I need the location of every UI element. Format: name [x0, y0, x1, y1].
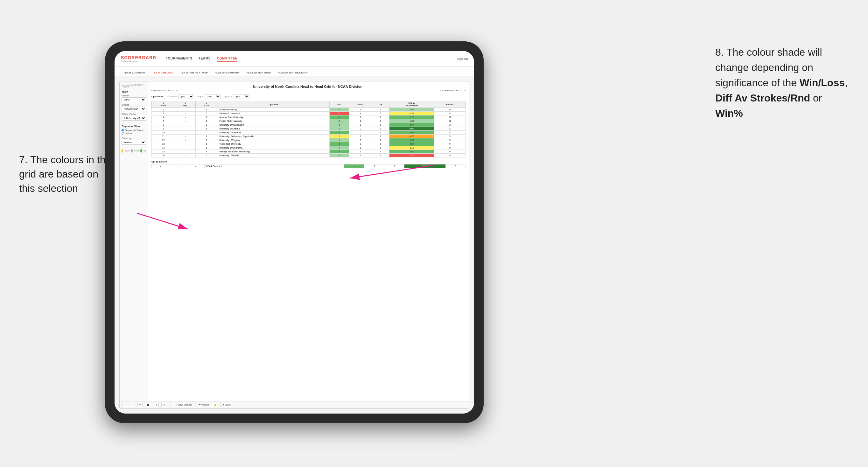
table-row: 4-1Arizona State University5102.2817 [152, 116, 466, 119]
opponent-view-label: Opponent View [122, 125, 146, 128]
tab-player-h2h-heatmap[interactable]: PLAYER H2H HEATMAP [275, 70, 311, 76]
colour-by-select[interactable]: Win/loss [122, 140, 146, 145]
nav-tournaments[interactable]: TOURNAMENTS [166, 55, 192, 62]
colour-by-label: Colour by [122, 137, 146, 139]
tableau-sidebar: Last Updated: 27/03/2024 16:55:38 Team G… [120, 82, 148, 401]
division-record: Division Record: 88 - 17 - 0 [439, 89, 466, 92]
tab-player-h2h-grid[interactable]: PLAYER H2H GRID [244, 70, 274, 76]
view-original-btn[interactable]: 📋 View: Original [173, 403, 193, 407]
filter-opponent-group: Opponent (All) [224, 94, 249, 99]
sub-nav: TEAM SUMMARY TEAM H2H GRID TEAM H2H HEAT… [115, 67, 474, 76]
sign-out-link[interactable]: | Sign out [456, 57, 468, 60]
nav-teams[interactable]: TEAMS [198, 55, 211, 62]
logo-sub: Powered by clippd [121, 60, 139, 62]
col-rank: #Rank [152, 101, 175, 108]
tableau-main: University of North Carolina Head-to-Hea… [148, 82, 469, 401]
gender-label: Gender [122, 94, 146, 97]
col-diff: Diff AvStrokes/Rnd [390, 101, 434, 108]
table-row: 10-5University of Alabama3002.618 [152, 131, 466, 134]
last-updated: Last Updated: 27/03/2024 16:55:38 [122, 84, 146, 88]
gender-select[interactable]: Men's [122, 97, 146, 102]
thumbs-btn[interactable]: 👍 [212, 403, 218, 407]
app-header: SCOREBOARD Powered by clippd TOURNAMENTS… [115, 51, 474, 67]
school-select[interactable]: 1. University of Nort... [122, 116, 146, 121]
tablet-screen: SCOREBOARD Powered by clippd TOURNAMENTS… [115, 51, 474, 413]
table-row: 11-6University of Arkansas, Fayetteville… [152, 134, 466, 138]
overall-record: Overall Record: 89 - 17 - 0 [151, 89, 178, 92]
table-row: 9-1University of Arizona1009.002 [152, 127, 466, 131]
col-win: Win [329, 101, 349, 108]
table-row: 14-1University of Oklahoma210-1.009 [152, 146, 466, 150]
grid-title: University of North Carolina Head-to-Hea… [151, 85, 466, 88]
col-conf: #Conf [195, 101, 218, 108]
logo-text: SCOREBOARD [121, 55, 156, 60]
grid-subtitle: Overall Record: 89 - 17 - 0 Division Rec… [151, 89, 466, 92]
logo-area: SCOREBOARD Powered by clippd [121, 55, 156, 62]
out-of-division: Out of division ---NCAA Division II10026… [151, 161, 466, 168]
watch-btn[interactable]: 👁 Watch ▾ [198, 404, 209, 406]
data-table: #Rank #Reg #Conf Opponent Win Loss Tie D… [151, 101, 466, 157]
filter-region-group: Region (All) [197, 94, 220, 99]
division-label: Division [122, 104, 146, 106]
table-row: 15-4Georgia Institute of Technology5104.… [152, 150, 466, 154]
division-select[interactable]: NCAA Division I [122, 106, 146, 111]
filter-conference-select[interactable]: (All) [178, 94, 194, 99]
school-label: School (Rank) [122, 113, 146, 115]
tab-team-h2h-heatmap[interactable]: TEAM H2H HEATMAP [178, 70, 211, 76]
table-row: 6-2Florida State University4201.8312 [152, 119, 466, 123]
table-row: 16-2University of Florida310-6.625 [152, 154, 466, 157]
clock-btn[interactable]: 🕐 [161, 403, 167, 407]
out-of-division-title: Out of division [151, 161, 466, 163]
toolbar-sep2 [196, 403, 196, 407]
tab-player-summary[interactable]: PLAYER SUMMARY [212, 70, 242, 76]
colour-dot-up [140, 149, 142, 153]
col-tie: Tie [372, 101, 389, 108]
filter-region-select[interactable]: (All) [205, 94, 220, 99]
share-btn[interactable]: ↗ Share [220, 403, 232, 407]
colour-dot-level [131, 149, 133, 153]
out-of-division-row: ---NCAA Division II10026.003 [152, 164, 466, 168]
annotation-left: 7. The colours in the grid are based on … [19, 153, 115, 195]
redo-btn[interactable]: ↪ [130, 403, 135, 407]
annotation-right: 8. The colour shade will change dependin… [715, 44, 849, 121]
table-row: 2-1Auburn University2101.679 [152, 108, 466, 112]
download-btn[interactable]: ⬇ [154, 403, 159, 407]
out-of-division-table: ---NCAA Division II10026.003 [151, 164, 466, 168]
toolbar-sep1 [170, 403, 170, 407]
col-reg: #Reg [175, 101, 195, 108]
tableau-toolbar-bottom: ↩ ↪ ↺ ⬛ ⬇ 🕐 📋 View: Original 👁 Watch ▾ 👍… [120, 401, 469, 408]
nav-items: TOURNAMENTS TEAMS COMMITTEE [166, 55, 446, 62]
colour-dot-down [122, 149, 123, 153]
radio-top100: Top 100 [122, 132, 146, 134]
tab-team-summary[interactable]: TEAM SUMMARY [121, 70, 148, 76]
tableau-inner: Last Updated: 27/03/2024 16:55:38 Team G… [120, 82, 469, 401]
filter-opponents: Opponents: [151, 95, 164, 98]
tableau-container: Last Updated: 27/03/2024 16:55:38 Team G… [119, 81, 469, 409]
col-loss: Loss [349, 101, 372, 108]
table-row: 8-2University of Washington1003.673 [152, 123, 466, 127]
filter-conference-group: Conference (All) [167, 94, 194, 99]
table-row: 3-2Vanderbilt University040-2.298 [152, 112, 466, 116]
camera-btn[interactable]: ⬛ [145, 403, 151, 407]
col-opponent: Opponent [218, 101, 329, 108]
radio-opponents-played: Opponents Played [122, 129, 146, 131]
tablet-frame: SCOREBOARD Powered by clippd TOURNAMENTS… [105, 41, 484, 423]
reset-btn[interactable]: ↺ [137, 403, 143, 407]
colour-legend: Down Level Up [122, 149, 146, 153]
col-rounds: Rounds [434, 101, 466, 108]
table-row: 12-3University of Virginia1002.333 [152, 138, 466, 142]
filters-row: Opponents: Conference (All) Region [151, 94, 466, 99]
undo-btn[interactable]: ↩ [122, 403, 127, 407]
tab-team-h2h-grid[interactable]: TEAM H2H GRID [150, 70, 176, 76]
team-section-title: Team [122, 90, 146, 93]
nav-committee[interactable]: COMMITTEE [217, 55, 238, 62]
filter-opponent-select[interactable]: (All) [234, 94, 249, 99]
main-content: Last Updated: 27/03/2024 16:55:38 Team G… [115, 76, 474, 413]
table-row: 13-1Texas Tech University3005.569 [152, 142, 466, 146]
